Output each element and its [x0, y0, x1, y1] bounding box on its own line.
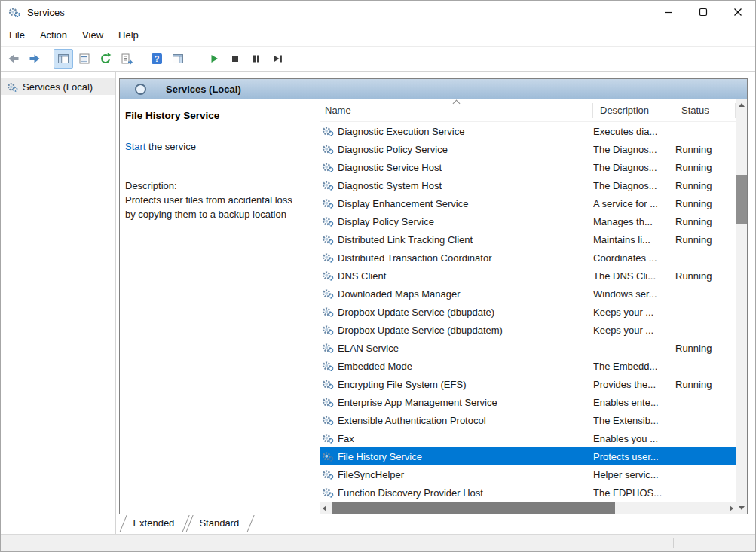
menu-help[interactable]: Help — [111, 25, 146, 45]
service-gear-icon — [322, 143, 334, 155]
vertical-scrollbar-thumb[interactable] — [736, 175, 747, 224]
show-hide-console-tree-button[interactable] — [54, 49, 73, 69]
table-row[interactable]: Diagnostic Service Host The Diagnos... R… — [320, 158, 736, 176]
menu-bar: File Action View Help — [1, 23, 755, 46]
start-service-button[interactable] — [204, 49, 224, 69]
service-name: Display Enhancement Service — [338, 198, 468, 209]
table-row[interactable]: Display Enhancement Service A service fo… — [320, 194, 736, 212]
minimize-button[interactable] — [651, 1, 686, 23]
status-bar-divider — [745, 538, 745, 548]
service-name: Downloaded Maps Manager — [338, 288, 461, 300]
service-name: Diagnostic Execution Service — [338, 126, 464, 137]
service-description: Provides the... — [593, 379, 675, 390]
refresh-button[interactable] — [96, 49, 115, 69]
pause-service-icon — [249, 52, 263, 66]
table-row[interactable]: Downloaded Maps Manager Windows ser... — [320, 285, 736, 303]
service-gear-icon — [322, 414, 334, 426]
show-hide-action-pane-button[interactable] — [168, 49, 188, 69]
scroll-down-icon[interactable] — [739, 506, 745, 510]
service-name: ELAN Service — [338, 343, 399, 354]
service-status: Running — [675, 162, 736, 173]
help-button[interactable]: ? — [147, 49, 167, 69]
close-button[interactable] — [721, 1, 755, 23]
scroll-up-icon[interactable] — [739, 103, 745, 107]
service-name: DNS Client — [338, 270, 386, 282]
service-gear-icon — [322, 324, 334, 336]
table-row[interactable]: Diagnostic System Host The Diagnos... Ru… — [320, 176, 736, 194]
forward-arrow-icon — [28, 52, 41, 66]
service-status: Running — [675, 343, 736, 354]
console-tree-panel: Services (Local) — [1, 72, 116, 534]
table-row[interactable]: File History Service Protects user... — [320, 447, 736, 465]
maximize-button[interactable] — [686, 1, 721, 23]
tab-standard[interactable]: Standard — [185, 515, 254, 532]
pause-service-button[interactable] — [246, 49, 266, 69]
tree-item-services-local[interactable]: Services (Local) — [1, 78, 115, 95]
table-row[interactable]: Diagnostic Policy Service The Diagnos...… — [320, 140, 736, 158]
toolbar: ? — [1, 46, 755, 72]
panel-header: Services (Local) — [120, 79, 747, 99]
view-tabs: Extended Standard — [123, 515, 254, 532]
service-name: Distributed Transaction Coordinator — [338, 252, 492, 264]
properties-button[interactable] — [75, 49, 94, 69]
column-header-description[interactable]: Description — [593, 103, 675, 118]
table-row[interactable]: Dropbox Update Service (dbupdate) Keeps … — [320, 303, 736, 321]
scroll-left-icon[interactable] — [323, 505, 326, 511]
table-row[interactable]: DNS Client The DNS Cli... Running — [320, 267, 736, 285]
restart-service-icon — [271, 52, 284, 66]
tab-extended[interactable]: Extended — [119, 515, 189, 532]
horizontal-scrollbar-thumb[interactable] — [332, 502, 615, 514]
title-bar: Services — [1, 1, 755, 23]
vertical-scrollbar[interactable] — [736, 99, 747, 514]
service-name: Encrypting File System (EFS) — [338, 379, 467, 390]
service-action-line: Start the service — [125, 141, 312, 152]
table-row[interactable]: Distributed Link Tracking Client Maintai… — [320, 230, 736, 249]
table-row[interactable]: Fax Enables you ... — [320, 429, 736, 447]
table-row[interactable]: Display Policy Service Manages th... Run… — [320, 212, 736, 230]
service-description: Keeps your ... — [593, 306, 675, 318]
description-text: Protects user files from accidental loss… — [125, 193, 301, 221]
service-description: Enables ente... — [593, 397, 675, 408]
export-list-icon — [120, 52, 133, 66]
window-controls — [651, 1, 755, 23]
column-headers: Name Description Status — [320, 99, 736, 122]
menu-action[interactable]: Action — [32, 25, 75, 45]
table-row[interactable]: Embedded Mode The Embedd... — [320, 357, 736, 375]
service-description: Helper servic... — [593, 469, 675, 480]
services-panel: Services (Local) File History Service St… — [119, 78, 748, 514]
service-description: Windows ser... — [593, 288, 675, 300]
console-tree-icon — [57, 52, 70, 66]
service-gear-icon — [322, 288, 334, 300]
table-row[interactable]: FileSyncHelper Helper servic... — [320, 465, 736, 483]
action-pane-icon — [171, 52, 185, 66]
service-description: The FDPHOS... — [593, 487, 675, 499]
forward-button[interactable] — [25, 49, 44, 69]
column-header-status[interactable]: Status — [675, 103, 736, 118]
scroll-right-icon[interactable] — [730, 505, 733, 511]
service-description: Keeps your ... — [593, 325, 675, 336]
table-row[interactable]: Encrypting File System (EFS) Provides th… — [320, 375, 736, 393]
table-row[interactable]: Enterprise App Management Service Enable… — [320, 393, 736, 411]
stop-service-icon — [228, 52, 242, 66]
horizontal-scrollbar[interactable] — [320, 502, 736, 514]
service-gear-icon — [322, 215, 334, 227]
service-gear-icon — [322, 342, 334, 354]
table-row[interactable]: Diagnostic Execution Service Executes di… — [320, 122, 736, 140]
status-bar — [1, 534, 755, 551]
table-row[interactable]: ELAN Service Running — [320, 339, 736, 357]
start-service-link[interactable]: Start — [125, 141, 145, 152]
export-list-button[interactable] — [117, 49, 136, 69]
table-row[interactable]: Extensible Authentication Protocol The E… — [320, 411, 736, 429]
extended-detail-pane: File History Service Start the service D… — [120, 99, 320, 514]
stop-service-button[interactable] — [225, 49, 245, 69]
service-status: Running — [675, 180, 736, 191]
back-button[interactable] — [4, 49, 23, 69]
table-row[interactable]: Distributed Transaction Coordinator Coor… — [320, 249, 736, 267]
table-row[interactable]: Dropbox Update Service (dbupdatem) Keeps… — [320, 321, 736, 339]
service-description: Maintains li... — [593, 234, 675, 246]
service-gear-icon — [322, 197, 334, 209]
menu-view[interactable]: View — [75, 25, 111, 45]
restart-service-button[interactable] — [268, 49, 287, 69]
menu-file[interactable]: File — [2, 25, 32, 45]
table-row[interactable]: Function Discovery Provider Host The FDP… — [320, 483, 736, 502]
